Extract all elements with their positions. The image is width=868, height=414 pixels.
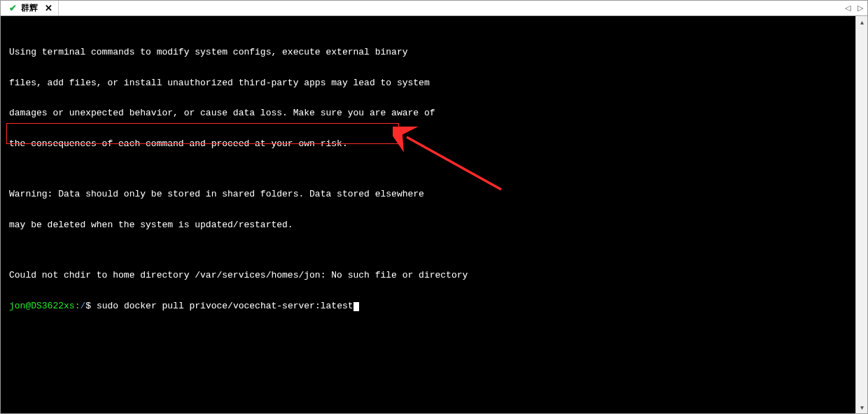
scroll-down-icon[interactable]: ▾ xyxy=(856,401,867,413)
terminal-line: Using terminal commands to modify system… xyxy=(9,48,855,58)
terminal-line: damages or unexpected behavior, or cause… xyxy=(9,108,855,119)
tab-bar: ✔ 群辉 ✕ ◁ ▷ xyxy=(1,1,867,16)
terminal-line: Warning: Data should only be stored in s… xyxy=(9,190,855,200)
terminal-line: files, add files, or install unauthorize… xyxy=(9,78,855,89)
check-icon: ✔ xyxy=(9,3,17,13)
terminal-wrap: Using terminal commands to modify system… xyxy=(1,16,867,413)
scroll-up-icon[interactable]: ▴ xyxy=(856,16,867,28)
close-icon[interactable]: ✕ xyxy=(45,3,52,13)
app-window: ✔ 群辉 ✕ ◁ ▷ Using terminal commands to mo… xyxy=(0,0,868,414)
terminal[interactable]: Using terminal commands to modify system… xyxy=(1,16,855,413)
tab-title: 群辉 xyxy=(21,2,38,14)
annotation-arrow-icon xyxy=(393,127,519,197)
prompt-symbol: $ xyxy=(85,301,91,311)
terminal-line: may be deleted when the system is update… xyxy=(9,220,855,231)
terminal-line: Could not chdir to home directory /var/s… xyxy=(9,271,855,281)
scrollbar[interactable]: ▴ ▾ xyxy=(855,16,867,413)
cursor-icon xyxy=(354,302,359,311)
tab-active[interactable]: ✔ 群辉 ✕ xyxy=(4,1,59,15)
prompt-line: jon@DS3622xs:/$ sudo docker pull privoce… xyxy=(9,301,855,312)
prompt-user: jon@DS3622xs xyxy=(9,301,75,311)
nav-next-icon[interactable]: ▷ xyxy=(858,3,863,13)
terminal-line: the consequences of each command and pro… xyxy=(9,139,855,150)
tab-nav-arrows: ◁ ▷ xyxy=(845,1,863,15)
command-text: sudo docker pull privoce/vocechat-server… xyxy=(97,301,354,311)
nav-prev-icon[interactable]: ◁ xyxy=(845,3,850,13)
